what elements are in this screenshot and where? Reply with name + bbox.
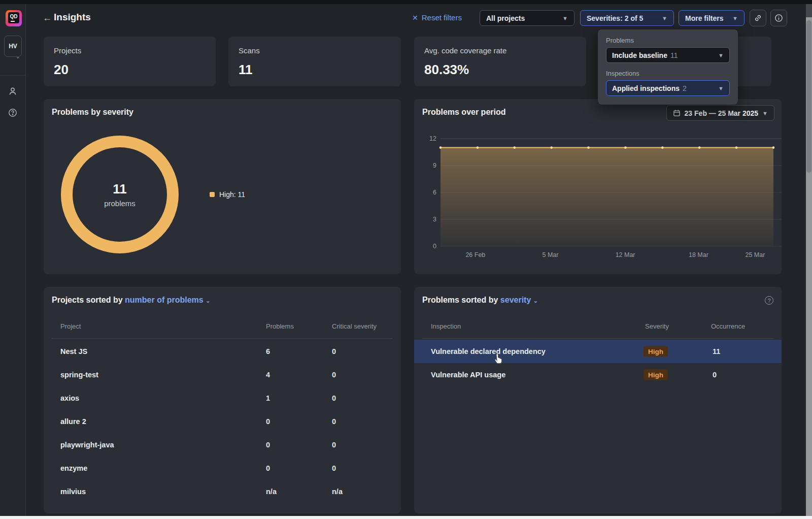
more-filters-value: More filters [685,14,723,22]
svg-text:25 Mar: 25 Mar [745,251,765,258]
occurrence-value: 0 [713,371,717,379]
sidebar-divider [0,75,25,76]
stat-card-projects: Projects 20 [44,37,216,86]
more-filters-select[interactable]: More filters ▼ [679,10,745,26]
column-header: Project [60,322,81,330]
card-title: Projects sorted by number of problems ⌄ [52,296,210,305]
scrollbar-thumb[interactable] [806,20,811,173]
problems-table-card: Problems sorted by severity ⌄ ? Inspecti… [414,287,782,513]
project-cell-value: n/a [332,488,343,496]
reset-filters-button[interactable]: ✕ Reset filters [412,13,462,22]
stat-card-scans: Scans 11 [228,37,401,86]
svg-text:18 Mar: 18 Mar [689,251,708,258]
share-link-button[interactable] [750,10,766,26]
date-range-value: 23 Feb — 25 Mar 2025 [685,109,759,117]
chevron-down-icon: ▼ [718,85,724,91]
project-name: milvius [60,488,86,496]
chevron-down-icon: ⌄ [206,298,210,304]
severity-badge: High [644,346,668,357]
project-row[interactable]: axios10 [44,386,401,410]
sort-by-link[interactable]: number of problems [125,296,204,304]
stat-value: 80.33% [424,62,469,78]
donut-total-label: problems [104,199,136,208]
stat-card-coverage: Avg. code coverage rate 80.33% [414,37,586,86]
project-row[interactable]: Nest JS60 [44,340,401,363]
legend-label: High: 11 [219,190,245,199]
card-title: Problems over period [422,108,506,117]
severities-value: Severities: 2 of 5 [587,14,643,22]
user-icon[interactable] [7,85,19,98]
table-header: Project Problems Critical severity [44,322,401,338]
date-range-picker[interactable]: 23 Feb — 25 Mar 2025 ▼ [666,105,774,121]
legend-item-high[interactable]: High: 11 [210,190,245,199]
help-icon[interactable]: ? [765,296,773,305]
projects-table-body: Nest JS60spring-test40axios10allure 200p… [44,340,401,503]
column-header: Problems [266,322,294,330]
svg-text:3: 3 [433,216,436,223]
reset-filters-label: Reset filters [422,13,462,22]
project-cell-value: 0 [266,464,270,472]
project-cell-value: 0 [332,371,336,379]
project-name: allure 2 [60,417,86,426]
project-name: Nest JS [60,347,87,355]
project-cell-value: 0 [266,417,270,426]
insights-dashboard: QD HV ⌄ ← Insights ✕ Reset filters All p… [0,0,812,519]
problems-table-body: Vulnerable declared dependencyHigh11Vuln… [414,340,782,386]
svg-text:26 Feb: 26 Feb [465,251,485,258]
project-cell-value: 0 [266,441,270,449]
column-header: Inspection [431,322,461,330]
project-row[interactable]: spring-test40 [44,363,401,386]
all-projects-select[interactable]: All projects ▼ [480,10,574,26]
help-icon[interactable] [7,107,19,119]
column-header: Severity [645,322,669,330]
project-name: axios [60,394,79,402]
avatar-chevron-icon: ⌄ [16,54,20,59]
severities-select[interactable]: Severities: 2 of 5 ▼ [580,10,674,26]
project-cell-value: 0 [332,347,336,355]
qodana-logo[interactable]: QD [6,10,22,26]
stat-value: 20 [54,62,69,78]
scrollbar[interactable] [806,4,812,516]
table-header-divider [52,338,393,339]
project-row[interactable]: allure 200 [44,410,401,433]
inspection-row[interactable]: Vulnerable API usageHigh0 [414,363,782,386]
svg-text:6: 6 [433,189,436,196]
chevron-down-icon: ▼ [557,15,568,21]
close-icon: ✕ [412,14,418,22]
project-cell-value: 6 [266,347,270,355]
back-button[interactable]: ← [43,13,52,23]
select-count: 11 [670,51,678,59]
chevron-down-icon: ▼ [718,52,724,58]
severity-cell: High [644,370,668,380]
trend-chart[interactable]: 03691226 Feb5 Mar12 Mar18 Mar25 Mar [414,127,782,272]
mouse-cursor [492,352,503,367]
inspection-name: Vulnerable declared dependency [431,347,546,355]
project-row[interactable]: milviusn/an/a [44,480,401,503]
donut-total: 11 [113,181,127,197]
project-cell-value: 1 [266,394,270,402]
sort-by-link[interactable]: severity [500,296,531,304]
include-baseline-select[interactable]: Include baseline 11 ▼ [606,47,730,63]
project-row[interactable]: enzyme00 [44,457,401,480]
applied-inspections-select[interactable]: Applied inspections 2 ▼ [606,80,730,96]
card-title: Problems sorted by severity ⌄ [422,296,538,305]
svg-text:9: 9 [433,162,436,169]
popup-section-label: Problems [606,37,730,44]
chevron-down-icon: ▼ [657,15,667,21]
chevron-down-icon: ▼ [727,15,738,21]
scrollbar-up-button[interactable] [806,4,812,17]
severity-badge: High [644,370,668,380]
project-cell-value: 4 [266,371,270,379]
project-cell-value: 0 [332,464,336,472]
legend-swatch [210,192,215,197]
popup-section-label: Inspections [606,70,730,77]
project-cell-value: 0 [332,417,336,426]
inspection-row[interactable]: Vulnerable declared dependencyHigh11 [414,340,782,363]
chevron-down-icon: ▼ [762,110,768,116]
stat-label: Scans [239,46,260,55]
info-button[interactable] [770,10,787,26]
project-row[interactable]: playwright-java00 [44,433,401,457]
title-prefix: Problems sorted by [422,296,498,304]
link-icon [754,14,762,22]
title-prefix: Projects sorted by [52,296,123,304]
